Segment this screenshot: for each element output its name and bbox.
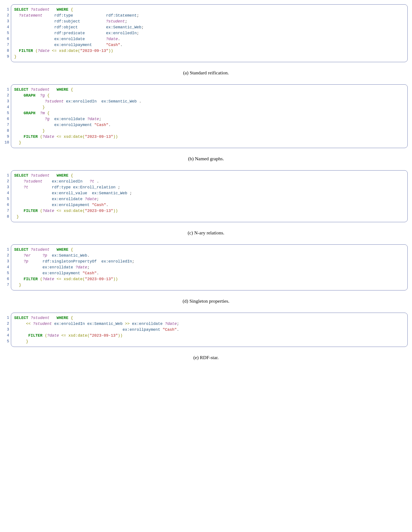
token-punc: ; xyxy=(118,185,120,190)
token-filt: <= xsd:date( xyxy=(59,333,89,338)
token-var: ?t xyxy=(90,179,95,184)
line-number: 5 xyxy=(4,196,9,202)
token-var: ?date xyxy=(76,265,87,269)
token-punc: ; xyxy=(137,13,139,18)
token-pred: ex:enrollpayment xyxy=(43,271,80,275)
line-number: 2 xyxy=(4,321,9,327)
token-pred: ex:Enroll_relation xyxy=(73,185,115,190)
token-br: { xyxy=(71,87,73,92)
token-kw: FILTER xyxy=(24,209,38,213)
code-block-e: 12345SELECT ?student WHERE { << ?student… xyxy=(4,313,408,347)
token-filt: )) xyxy=(113,134,118,139)
token-kw: FILTER xyxy=(28,333,43,338)
token-kw: WHERE xyxy=(57,316,68,320)
token-punc: . xyxy=(97,179,99,184)
token-str: "Cash" xyxy=(163,327,177,332)
token-kw: SELECT xyxy=(14,173,28,178)
token-var: ?student xyxy=(45,99,63,104)
token-br: } xyxy=(26,339,28,344)
line-number: 3 xyxy=(4,18,9,24)
token-str: "Cash" xyxy=(82,271,97,275)
caption-e: (e) RDF-star. xyxy=(4,355,408,361)
token-pred: ex:enrolledIn xyxy=(106,31,136,35)
token-pred: ex:enrolledIn xyxy=(66,99,97,104)
token-var: ?date xyxy=(43,209,54,213)
token-pred: rdf:object xyxy=(54,25,78,29)
token-var: ?date xyxy=(43,134,54,139)
token-punc: ; xyxy=(97,197,99,201)
token-punc: ; xyxy=(137,31,139,35)
code-content: SELECT ?student WHERE { GRAPH ?g { ?stud… xyxy=(14,87,404,146)
token-pred: ex:Semantic_Web xyxy=(106,25,141,29)
token-punc: ; xyxy=(132,259,134,264)
token-var: ?student xyxy=(31,247,49,252)
token-pred: ex:enrollpayment xyxy=(54,43,92,47)
token-pred: ex:enrolledIn xyxy=(54,322,85,326)
code-block-d: 1234567SELECT ?student WHERE { ?er ?p ex… xyxy=(4,244,408,290)
token-pred: rdf:subject xyxy=(54,19,80,24)
token-kw: GRAPH xyxy=(24,111,35,115)
token-filt: ( xyxy=(40,277,43,281)
token-var: ?student xyxy=(31,316,49,320)
token-kw: GRAPH xyxy=(24,93,35,98)
token-punc: . xyxy=(139,99,142,104)
code-content: SELECT ?student WHERE { ?student ex:enro… xyxy=(14,173,404,220)
token-pred: ex:Semantic_Web xyxy=(87,322,123,326)
code-box: SELECT ?student WHERE { << ?student ex:e… xyxy=(11,313,408,347)
token-var: ?statement xyxy=(19,13,43,18)
line-number: 9 xyxy=(4,54,9,59)
token-br: { xyxy=(71,7,73,12)
token-filt: <= xsd:date( xyxy=(54,134,85,139)
token-filt: )) xyxy=(113,277,118,281)
token-pred: ex:enrolldate xyxy=(54,117,85,121)
code-block-a: 123456789SELECT ?student WHERE { ?statem… xyxy=(4,4,408,62)
line-number: 8 xyxy=(4,128,9,134)
token-kw: WHERE xyxy=(57,247,68,252)
token-pred: rdf:type xyxy=(52,185,71,190)
token-filt: ( xyxy=(45,333,47,338)
line-number: 2 xyxy=(4,178,9,184)
token-br: { xyxy=(71,173,73,178)
line-number: 7 xyxy=(4,282,9,288)
token-pred: rdf:type xyxy=(54,13,73,18)
line-number: 4 xyxy=(4,264,9,270)
line-number: 1 xyxy=(4,86,9,93)
line-number: 2 xyxy=(4,12,9,18)
token-pred: ex:Semantic_Web xyxy=(52,253,87,258)
line-number: 3 xyxy=(4,184,9,190)
token-br: } xyxy=(19,283,21,287)
token-pred: ex:enrolledIn xyxy=(52,179,82,184)
token-var: ?p xyxy=(43,253,47,258)
token-var: ?student xyxy=(106,19,125,24)
token-punc: ; xyxy=(130,191,132,195)
token-var: ?student xyxy=(31,87,49,92)
line-number: 5 xyxy=(4,338,9,344)
token-filt: >> xyxy=(125,322,130,326)
line-numbers: 12345678 xyxy=(4,170,11,222)
token-str: "2023-09-13" xyxy=(85,277,113,281)
code-content: SELECT ?student WHERE { << ?student ex:e… xyxy=(14,315,404,344)
token-kw: SELECT xyxy=(14,247,28,252)
token-pred: ex:enrollpayment xyxy=(123,327,160,332)
code-block-b: 12345678910SELECT ?student WHERE { GRAPH… xyxy=(4,84,408,148)
token-var: ?date xyxy=(38,49,49,53)
code-block-c: 12345678SELECT ?student WHERE { ?student… xyxy=(4,170,408,222)
token-punc: ; xyxy=(141,25,144,29)
token-punc: . xyxy=(118,37,120,41)
token-str: "Cash" xyxy=(94,123,108,127)
token-var: ?t xyxy=(24,185,28,190)
token-kw: SELECT xyxy=(14,87,28,92)
token-kw: WHERE xyxy=(57,173,68,178)
line-numbers: 12345678910 xyxy=(4,84,11,148)
line-number: 5 xyxy=(4,110,9,116)
caption-b: (b) Named graphs. xyxy=(4,156,408,162)
token-filt: )) xyxy=(118,333,123,338)
token-filt: ( xyxy=(40,209,43,213)
line-number: 6 xyxy=(4,36,9,42)
token-pred: rdf:Statement xyxy=(106,13,136,18)
token-filt: )) xyxy=(108,49,113,53)
token-br: { xyxy=(47,111,49,115)
code-box: SELECT ?student WHERE { ?student ex:enro… xyxy=(11,170,408,222)
token-var: ?date xyxy=(165,322,177,326)
token-var: ?student xyxy=(33,322,52,326)
